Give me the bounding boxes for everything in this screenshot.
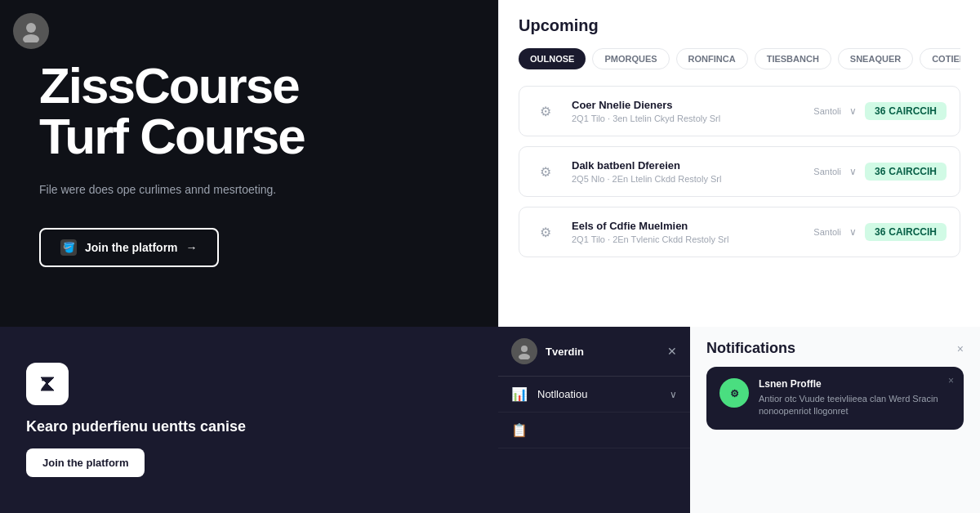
notification-card-close-icon[interactable]: × bbox=[948, 375, 954, 386]
svg-point-1 bbox=[23, 34, 39, 42]
bottom-row: Tverdin ✕ 📊 Notlloatiou ∨ 📋 Notification… bbox=[498, 327, 980, 513]
chevron-down-icon: ∨ bbox=[849, 226, 857, 238]
course-item-label: Santoli bbox=[813, 167, 841, 176]
avatar bbox=[13, 13, 49, 49]
svg-point-4 bbox=[519, 354, 530, 359]
notification-card-title: Lsnen Proffle bbox=[759, 378, 951, 390]
course-item-info: Dalk batbenl Dfereien 2Q5 Nlo · 2En Ltel… bbox=[572, 159, 800, 184]
chat-user-name: Tverdin bbox=[546, 346, 584, 358]
chat-menu-label: Notlloatiou bbox=[537, 388, 660, 400]
secondary-logo: Z bbox=[26, 363, 69, 405]
course-item-info: Coer Nnelie Dieners 2Q1 Tilo · 3en Lteli… bbox=[572, 99, 800, 123]
course-item-meta: 2Q1 Tilo · 2En Tvlenic Ckdd Restoly Srl bbox=[572, 234, 800, 244]
course-tabs: OULNOSE PMORQUES RONFINCA TIESBANCH SNEA… bbox=[519, 48, 960, 69]
notifications-title: Notifications bbox=[706, 340, 795, 357]
course-item-name: Dalk batbenl Dfereien bbox=[572, 159, 800, 172]
svg-text:Z: Z bbox=[41, 376, 51, 394]
course-item-label: Santoli bbox=[813, 106, 841, 116]
course-item-meta: 2Q5 Nlo · 2En Ltelin Ckdd Restoly Srl bbox=[572, 174, 800, 184]
platform-icon: 🪣 bbox=[60, 239, 77, 256]
hero-panel: ZissCourse Turf Course File were does op… bbox=[0, 0, 498, 327]
course-item-icon: ⚙ bbox=[532, 219, 559, 245]
course-item-info: Eels of Cdfie Muelmien 2Q1 Tilo · 2En Tv… bbox=[572, 220, 800, 244]
notification-card-text: Antior otc Vuude teeivliieea clan Werd S… bbox=[759, 393, 951, 418]
course-item-icon: ⚙ bbox=[532, 98, 559, 124]
notification-avatar: ⚙ bbox=[719, 378, 749, 408]
chat-menu-item-2[interactable]: 📋 bbox=[498, 413, 690, 448]
notifications-header: Notifications × bbox=[706, 340, 964, 357]
secondary-panel: Z Kearo puderfienu uentts canise Join th… bbox=[0, 327, 498, 513]
chart-icon: 📊 bbox=[511, 386, 528, 402]
join-platform-button[interactable]: 🪣 Join the platform → bbox=[39, 228, 219, 267]
courses-title: Upcoming bbox=[519, 16, 960, 35]
secondary-title: Kearo puderfienu uentts canise bbox=[26, 418, 472, 435]
tab-oulnose[interactable]: OULNOSE bbox=[519, 48, 586, 69]
course-item-name: Coer Nnelie Dieners bbox=[572, 99, 800, 111]
course-item-icon: ⚙ bbox=[532, 158, 559, 185]
chevron-down-icon: ∨ bbox=[670, 389, 677, 400]
chat-header-left: Tverdin bbox=[511, 338, 584, 364]
hero-title: ZissCourse Turf Course bbox=[39, 60, 459, 162]
chat-panel: Tverdin ✕ 📊 Notlloatiou ∨ 📋 bbox=[498, 327, 690, 513]
course-item-right: Santoli ∨ 36 CAIRCCIH bbox=[813, 223, 947, 241]
chat-header: Tverdin ✕ bbox=[498, 327, 690, 377]
notification-card: ⚙ Lsnen Proffle Antior otc Vuude teeivli… bbox=[706, 367, 964, 430]
chat-menu-item[interactable]: 📊 Notlloatiou ∨ bbox=[498, 377, 690, 413]
chevron-down-icon: ∨ bbox=[849, 105, 857, 117]
chevron-down-icon: ∨ bbox=[849, 166, 857, 177]
course-item[interactable]: ⚙ Coer Nnelie Dieners 2Q1 Tilo · 3en Lte… bbox=[519, 86, 960, 136]
tab-ronfinca[interactable]: RONFINCA bbox=[676, 48, 748, 69]
tab-cotier[interactable]: COTIER bbox=[920, 48, 960, 69]
svg-point-0 bbox=[26, 23, 36, 33]
course-item-label: Santoli bbox=[813, 227, 841, 237]
course-list: ⚙ Coer Nnelie Dieners 2Q1 Tilo · 3en Lte… bbox=[519, 86, 960, 257]
course-item[interactable]: ⚙ Eels of Cdfie Muelmien 2Q1 Tilo · 2En … bbox=[519, 207, 960, 257]
course-item-meta: 2Q1 Tilo · 3en Ltelin Ckyd Restoly Srl bbox=[572, 114, 800, 123]
course-panel: Upcoming OULNOSE PMORQUES RONFINCA TIESB… bbox=[498, 0, 980, 327]
notifications-panel: Notifications × ⚙ Lsnen Proffle Antior o… bbox=[690, 327, 980, 513]
chat-close-icon[interactable]: ✕ bbox=[667, 345, 677, 358]
course-item-right: Santoli ∨ 36 CAIRCCIH bbox=[813, 163, 947, 181]
svg-point-3 bbox=[521, 346, 528, 352]
tab-pmorques[interactable]: PMORQUES bbox=[592, 48, 669, 69]
course-item-badge: 36 CAIRCCIH bbox=[865, 102, 947, 120]
course-item-right: Santoli ∨ 36 CAIRCCIH bbox=[813, 102, 947, 120]
secondary-join-button[interactable]: Join the platform bbox=[26, 448, 145, 477]
hero-subtitle: File were does ope curlimes annd mesrtoe… bbox=[39, 181, 317, 199]
course-item[interactable]: ⚙ Dalk batbenl Dfereien 2Q5 Nlo · 2En Lt… bbox=[519, 146, 960, 197]
notifications-close-icon[interactable]: × bbox=[957, 342, 964, 355]
tab-sneaquer[interactable]: SNEAQUER bbox=[838, 48, 913, 69]
tab-tiesbanch[interactable]: TIESBANCH bbox=[755, 48, 831, 69]
course-item-name: Eels of Cdfie Muelmien bbox=[572, 220, 800, 232]
course-item-badge: 36 CAIRCCIH bbox=[865, 223, 947, 241]
course-item-badge: 36 CAIRCCIH bbox=[865, 163, 947, 181]
notification-content: Lsnen Proffle Antior otc Vuude teeivliie… bbox=[759, 378, 951, 418]
document-icon: 📋 bbox=[511, 422, 528, 438]
chat-avatar bbox=[511, 338, 537, 364]
svg-text:⚙: ⚙ bbox=[730, 388, 739, 399]
